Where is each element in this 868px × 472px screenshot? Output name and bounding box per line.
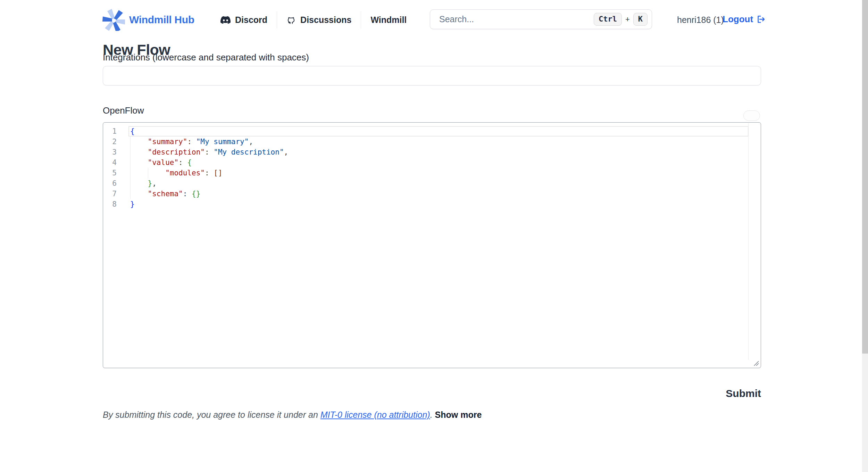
line-number: 2 xyxy=(103,136,128,147)
integrations-input[interactable] xyxy=(103,66,761,85)
code-line[interactable]: } xyxy=(128,199,749,209)
kbd-ctrl: Ctrl xyxy=(594,13,622,25)
logout-link[interactable]: Logout xyxy=(723,14,766,25)
page-scrollbar-thumb[interactable] xyxy=(862,0,868,354)
windmill-logo[interactable] xyxy=(102,9,125,31)
code-line[interactable]: "value": { xyxy=(128,157,749,168)
line-number: 4 xyxy=(103,157,128,168)
indent-guide xyxy=(130,178,131,189)
indent-guide xyxy=(130,189,131,199)
openflow-toggle[interactable] xyxy=(743,110,760,121)
kbd-k: K xyxy=(633,13,648,25)
nav-label-discord: Discord xyxy=(235,15,267,25)
submit-button[interactable]: Submit xyxy=(103,388,761,399)
nav-item-discussions[interactable]: Discussions xyxy=(277,15,361,25)
discussions-icon xyxy=(286,15,296,25)
line-number: 7 xyxy=(103,189,128,199)
indent-guide xyxy=(130,168,131,178)
integrations-label: Integrations (lowercase and separated wi… xyxy=(103,52,309,63)
editor-code[interactable]: { "summary": "My summary", "description"… xyxy=(128,126,749,209)
license-note: By submitting this code, you agree to li… xyxy=(103,410,482,420)
logout-icon xyxy=(756,15,766,24)
code-line[interactable]: { xyxy=(128,126,749,136)
editor-overview-ruler xyxy=(748,123,749,360)
line-number: 5 xyxy=(103,168,128,178)
indent-guide xyxy=(130,147,131,157)
indent-guide xyxy=(130,157,131,168)
license-period: . xyxy=(430,410,435,420)
license-link[interactable]: MIT-0 license (no attribution) xyxy=(320,410,430,420)
logout-label: Logout xyxy=(723,14,753,25)
nav-item-windmill[interactable]: Windmill xyxy=(361,15,416,25)
code-line[interactable]: "description": "My description", xyxy=(128,147,749,157)
header-nav: Discord Discussions Windmill xyxy=(220,10,416,30)
page: Windmill Hub Discord Discussions Windmil… xyxy=(0,0,868,472)
indent-guide xyxy=(148,168,148,178)
code-line[interactable]: "modules": [] xyxy=(128,168,749,178)
page-scrollbar-track xyxy=(862,0,868,472)
indent-guide xyxy=(130,136,131,147)
nav-label-windmill: Windmill xyxy=(370,15,407,25)
openflow-label: OpenFlow xyxy=(103,105,144,116)
line-number: 8 xyxy=(103,199,128,209)
code-line[interactable]: "summary": "My summary", xyxy=(128,136,749,147)
line-number: 3 xyxy=(103,147,128,157)
username-label: henri186 (1) xyxy=(677,15,724,25)
editor-gutter: 12345678 xyxy=(103,126,128,209)
resize-handle-icon[interactable] xyxy=(752,359,760,367)
discord-icon xyxy=(220,16,231,24)
openflow-editor[interactable]: 12345678 { "summary": "My summary", "des… xyxy=(103,122,761,368)
line-number: 6 xyxy=(103,178,128,189)
line-number: 1 xyxy=(103,126,128,136)
search-box: Ctrl + K xyxy=(430,9,652,29)
show-more-button[interactable]: Show more xyxy=(435,410,482,420)
code-line[interactable]: "schema": {} xyxy=(128,189,749,199)
nav-label-discussions: Discussions xyxy=(300,15,351,25)
code-line[interactable]: }, xyxy=(128,178,749,189)
kbd-plus: + xyxy=(625,15,630,24)
nav-item-discord[interactable]: Discord xyxy=(220,15,277,25)
brand-title[interactable]: Windmill Hub xyxy=(129,14,194,26)
license-text: By submitting this code, you agree to li… xyxy=(103,410,320,420)
search-input[interactable] xyxy=(439,14,594,25)
